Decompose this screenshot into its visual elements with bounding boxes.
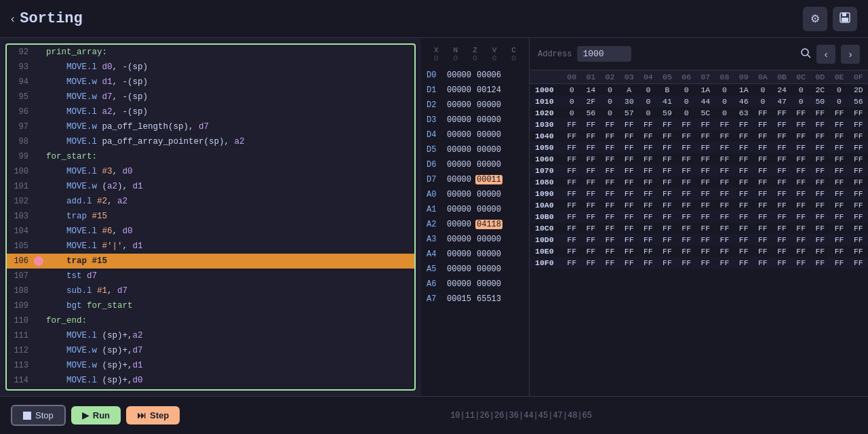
settings-button[interactable]: ⚙ xyxy=(803,7,827,31)
memory-cell: 2D xyxy=(849,84,868,96)
memory-cell: FF xyxy=(562,234,581,245)
memory-cell: FF xyxy=(677,165,696,176)
memory-cell: FF xyxy=(791,107,810,119)
register-name: D2 xyxy=(427,100,446,110)
code-text: MOVE.w (sp)+,d7 xyxy=(46,346,412,355)
memory-cell: FF xyxy=(715,234,734,245)
memory-col-header-04: 04 xyxy=(639,71,658,84)
save-button[interactable] xyxy=(833,7,857,31)
memory-cell: FF xyxy=(581,211,600,222)
memory-cell: FF xyxy=(753,245,772,257)
memory-search-button[interactable] xyxy=(800,47,811,61)
memory-cell: 41 xyxy=(658,96,677,107)
code-text: trap #15 xyxy=(46,256,412,266)
register-value-high: 00000 xyxy=(446,205,473,214)
line-number: 114 xyxy=(9,376,34,385)
memory-row-1000: 10000140A0B01A01A02402C02D xyxy=(530,84,868,96)
register-value-high: 00000 xyxy=(446,264,473,274)
code-text: trap #15 xyxy=(46,212,412,221)
code-line-106: 106 trap #15 xyxy=(7,254,414,269)
stop-button[interactable]: Stop xyxy=(11,405,66,426)
memory-cell: B xyxy=(658,84,677,96)
stop-icon xyxy=(23,412,31,420)
memory-cell: FF xyxy=(772,153,791,165)
memory-cell: FF xyxy=(677,234,696,245)
code-line-98: 98 MOVE.l pa_off_array_pointer(sp), a2 xyxy=(7,134,414,149)
memory-cell: FF xyxy=(829,245,848,257)
code-text: MOVE.l pa_off_array_pointer(sp), a2 xyxy=(46,137,412,146)
memory-col-header-0B: 0B xyxy=(772,71,791,84)
address-input[interactable] xyxy=(577,46,631,62)
code-text: MOVE.w (a2), d1 xyxy=(46,182,412,191)
memory-cell: FF xyxy=(581,142,600,153)
memory-cell: FF xyxy=(772,222,791,234)
run-button[interactable]: ▶ Run xyxy=(71,406,121,425)
memory-cell: FF xyxy=(600,142,619,153)
memory-cell: FF xyxy=(715,211,734,222)
code-text: MOVE.l (sp)+,d0 xyxy=(46,376,412,385)
memory-cell: FF xyxy=(658,153,677,165)
back-button[interactable]: ‹ xyxy=(11,13,14,25)
memory-cell: FF xyxy=(639,211,658,222)
code-line-100: 100 MOVE.l #3, d0 xyxy=(7,164,414,179)
line-number: 92 xyxy=(9,47,34,57)
memory-cell: FF xyxy=(562,222,581,234)
memory-panel: Address ‹ › 000102030405060708090A0B0C0D… xyxy=(530,38,868,396)
memory-cell: 47 xyxy=(772,96,791,107)
memory-prev-button[interactable]: ‹ xyxy=(816,45,835,64)
memory-cell: FF xyxy=(772,176,791,188)
memory-cell: 1A xyxy=(734,84,753,96)
code-line-111: 111 MOVE.l (sp)+,a2 xyxy=(7,328,414,343)
memory-cell: FF xyxy=(734,165,753,176)
memory-address: 10C0 xyxy=(530,222,562,234)
memory-address: 1070 xyxy=(530,165,562,176)
memory-cell: 63 xyxy=(734,107,753,119)
memory-cell: FF xyxy=(810,107,829,119)
memory-cell: FF xyxy=(677,188,696,199)
memory-cell: FF xyxy=(677,176,696,188)
memory-cell: FF xyxy=(600,176,619,188)
line-number: 113 xyxy=(9,361,34,370)
line-number: 95 xyxy=(9,92,34,102)
memory-cell: FF xyxy=(753,165,772,176)
memory-next-button[interactable]: › xyxy=(841,45,860,64)
memory-address: 1020 xyxy=(530,107,562,119)
memory-cell: FF xyxy=(753,234,772,245)
memory-cell: 0 xyxy=(677,107,696,119)
memory-cell: FF xyxy=(600,257,619,269)
code-panel: 92print_array:93 MOVE.l d0, -(sp)94 MOVE… xyxy=(5,43,416,391)
memory-table-wrapper[interactable]: 000102030405060708090A0B0C0D0E0F 1000014… xyxy=(530,71,868,396)
memory-cell: FF xyxy=(620,199,639,211)
memory-address: 1030 xyxy=(530,119,562,130)
memory-cell: FF xyxy=(581,257,600,269)
memory-cell: FF xyxy=(791,188,810,199)
code-content[interactable]: 92print_array:93 MOVE.l d0, -(sp)94 MOVE… xyxy=(7,45,414,389)
breakpoint-indicator[interactable] xyxy=(34,256,43,266)
memory-cell: 46 xyxy=(734,96,753,107)
code-text: sub.l #1, d7 xyxy=(46,286,412,296)
memory-address: 1040 xyxy=(530,130,562,142)
memory-cell: FF xyxy=(581,165,600,176)
memory-address: 1050 xyxy=(530,142,562,153)
memory-cell: 0 xyxy=(639,84,658,96)
memory-cell: FF xyxy=(658,142,677,153)
memory-cell: FF xyxy=(696,130,715,142)
register-name: A0 xyxy=(427,190,446,199)
code-line-95: 95 MOVE.w d7, -(sp) xyxy=(7,90,414,104)
memory-cell: FF xyxy=(829,234,848,245)
memory-cell: 0 xyxy=(753,96,772,107)
register-value-low: 00000 xyxy=(475,279,502,289)
line-number: 106 xyxy=(9,256,34,266)
register-value-high: 00000 xyxy=(446,279,473,289)
code-line-101: 101 MOVE.w (a2), d1 xyxy=(7,179,414,194)
step-button[interactable]: ⏭ Step xyxy=(126,406,180,425)
memory-address: 1090 xyxy=(530,188,562,199)
memory-cell: 0 xyxy=(562,84,581,96)
register-value-high: 00000 xyxy=(446,160,473,170)
memory-cell: FF xyxy=(658,222,677,234)
register-name: D0 xyxy=(427,71,446,80)
memory-col-header-06: 06 xyxy=(677,71,696,84)
code-line-97: 97 MOVE.w pa_off_length(sp), d7 xyxy=(7,119,414,134)
memory-cell: FF xyxy=(620,119,639,130)
memory-cell: FF xyxy=(829,153,848,165)
